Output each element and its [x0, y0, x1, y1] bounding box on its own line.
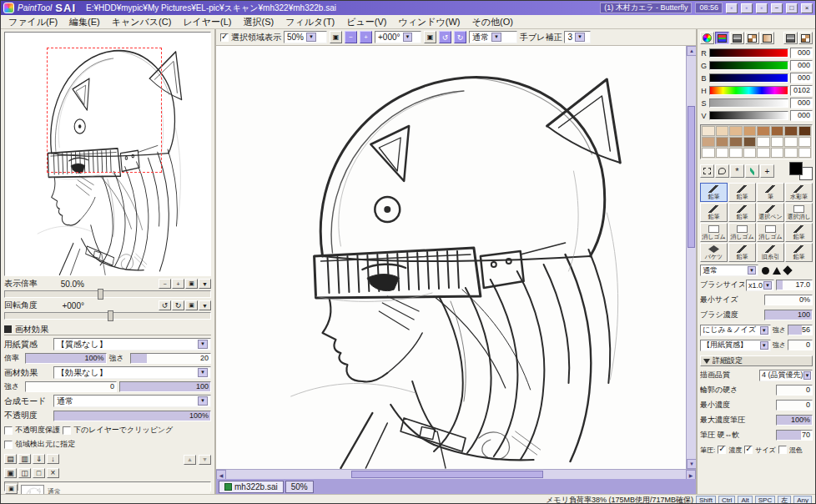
color-mixer-button[interactable] [760, 32, 774, 44]
angle-combo[interactable]: +000° [375, 31, 421, 43]
scratchpad-button[interactable] [783, 32, 798, 44]
color-swatch[interactable] [729, 148, 743, 158]
saturation-channel-slider[interactable] [709, 98, 788, 108]
color-swatch[interactable] [784, 137, 798, 147]
brush-tip-triangle-icon[interactable] [773, 267, 781, 275]
selection-source-checkbox[interactable] [4, 441, 13, 449]
color-swatch[interactable] [743, 148, 757, 158]
preserve-opacity-checkbox[interactable] [4, 426, 13, 435]
color-swatch[interactable] [716, 148, 729, 158]
menu-file[interactable]: ファイル(F) [3, 15, 63, 29]
zoom-out-button[interactable] [159, 279, 171, 289]
green-channel-value[interactable]: 000 [790, 60, 813, 71]
brush-button[interactable]: 鉛筆 [785, 223, 813, 242]
brush-button[interactable]: バケツ [700, 243, 728, 262]
brush-button[interactable]: 選択ペン [757, 203, 784, 222]
vertical-scrollbar-thumb[interactable] [688, 106, 695, 248]
ctrl-key-indicator[interactable]: Ctrl [718, 496, 735, 504]
pressure-density-checkbox[interactable] [718, 446, 726, 454]
menu-window[interactable]: ウィンドウ(W) [392, 15, 466, 29]
zoom-reset-button[interactable] [330, 31, 342, 43]
zoom-combo[interactable]: 50% [284, 31, 327, 43]
paint-effect-icon[interactable] [5, 484, 18, 494]
brush-button[interactable]: 鉛筆 [700, 183, 728, 202]
lasso-tool-button[interactable] [715, 164, 729, 178]
delete-layer-button[interactable] [47, 468, 59, 478]
color-swatch[interactable] [784, 126, 798, 136]
menu-layer[interactable]: レイヤー(L) [177, 15, 237, 29]
color-swatch[interactable] [798, 148, 812, 158]
horizontal-scrollbar-thumb[interactable] [351, 471, 543, 478]
menu-filter[interactable]: フィルタ(T) [280, 15, 340, 29]
brush-button[interactable]: 鉛筆 [728, 183, 756, 202]
brush-button[interactable]: 鉛筆 [728, 243, 756, 262]
navigator[interactable] [4, 32, 211, 276]
zoom-slider[interactable] [4, 290, 211, 298]
paper-texture-dropdown[interactable]: 【用紙質感】 [700, 340, 771, 351]
color-swatch[interactable] [702, 148, 715, 158]
shift-key-indicator[interactable]: Shift [696, 496, 716, 504]
alt-key-indicator[interactable]: Alt [738, 496, 752, 504]
color-swatch[interactable] [743, 126, 757, 136]
new-layer-folder-button[interactable] [18, 454, 31, 464]
blur-strength-bar[interactable]: 56 [788, 325, 813, 335]
brush-button[interactable]: 消しゴム [757, 223, 784, 242]
brush-button[interactable]: 消しゴム [728, 223, 756, 242]
menu-others[interactable]: その他(O) [466, 15, 518, 29]
zoom-out-button[interactable] [345, 31, 357, 43]
show-selection-checkbox[interactable] [220, 33, 229, 42]
zoom-in-button[interactable] [172, 279, 184, 289]
layer-item[interactable]: 通常 総合 [18, 482, 210, 495]
opacity-bar[interactable]: 100% [53, 411, 211, 421]
color-swatch[interactable] [716, 137, 729, 147]
pressure-size-checkbox[interactable] [744, 446, 753, 454]
brush-tip-circle-icon[interactable] [762, 267, 769, 275]
paper-texture-dropdown[interactable]: 【質感なし】 [53, 338, 211, 350]
panel-settings-button[interactable] [798, 32, 813, 44]
color-swatch[interactable] [798, 126, 812, 136]
space-key-indicator[interactable]: SPC [755, 496, 775, 504]
paper-scale-bar[interactable]: 100% [25, 353, 107, 364]
clear-layer-button[interactable] [33, 468, 45, 478]
draw-quality-dropdown[interactable]: 4 (品質優先) [759, 370, 813, 381]
brush-edge-dropdown[interactable]: 通常 [700, 265, 758, 276]
blur-noise-dropdown[interactable]: にじみ＆ノイズ [700, 325, 771, 336]
color-swatch[interactable] [757, 126, 770, 136]
close-button[interactable] [801, 3, 813, 13]
titlebar-extra-button[interactable] [756, 3, 768, 13]
color-swatch[interactable] [757, 137, 770, 147]
color-swatch[interactable] [729, 126, 743, 136]
blue-channel-value[interactable]: 000 [790, 73, 813, 83]
rect-select-tool-button[interactable] [700, 164, 714, 178]
rotate-ccw-button[interactable] [439, 31, 451, 43]
swatches-button[interactable] [745, 32, 759, 44]
maximize-button[interactable] [786, 3, 798, 13]
minimize-button[interactable] [771, 3, 783, 13]
pressure-mix-checkbox[interactable] [778, 446, 787, 454]
max-density-pressure-bar[interactable]: 100% [776, 415, 813, 426]
any-key-indicator[interactable]: Any [793, 496, 812, 504]
color-swatch[interactable] [784, 148, 798, 158]
magic-wand-tool-button[interactable] [730, 164, 744, 178]
stabilizer-combo[interactable]: 3 [564, 31, 591, 43]
brush-button[interactable]: 消しゴム [700, 223, 728, 242]
vertical-scrollbar[interactable]: ▲ ▼ [686, 46, 696, 469]
left-key-indicator[interactable]: 左 [778, 496, 791, 504]
red-channel-value[interactable]: 000 [790, 48, 813, 58]
merge-down-button[interactable] [47, 454, 59, 464]
copy-layer-button[interactable] [4, 468, 17, 478]
titlebar-extra-button[interactable] [741, 3, 753, 13]
blue-channel-slider[interactable] [709, 73, 788, 83]
edge-hardness-bar[interactable]: 0 [776, 385, 813, 396]
color-swatch[interactable] [729, 137, 743, 147]
pressure-hard-soft-bar[interactable]: 70 [776, 430, 813, 441]
brush-density-bar[interactable]: 100 [764, 310, 813, 320]
color-swatch[interactable] [771, 126, 784, 136]
zoom-fit-button[interactable] [199, 279, 211, 289]
brush-tip-diamond-icon[interactable] [783, 265, 792, 275]
min-size-bar[interactable]: 0% [764, 295, 813, 305]
color-swatch[interactable] [771, 148, 784, 158]
rotate-reset-button[interactable] [424, 31, 436, 43]
hsv-sliders-button[interactable] [730, 32, 744, 44]
document-tab[interactable]: mh322b.sai [219, 481, 284, 493]
